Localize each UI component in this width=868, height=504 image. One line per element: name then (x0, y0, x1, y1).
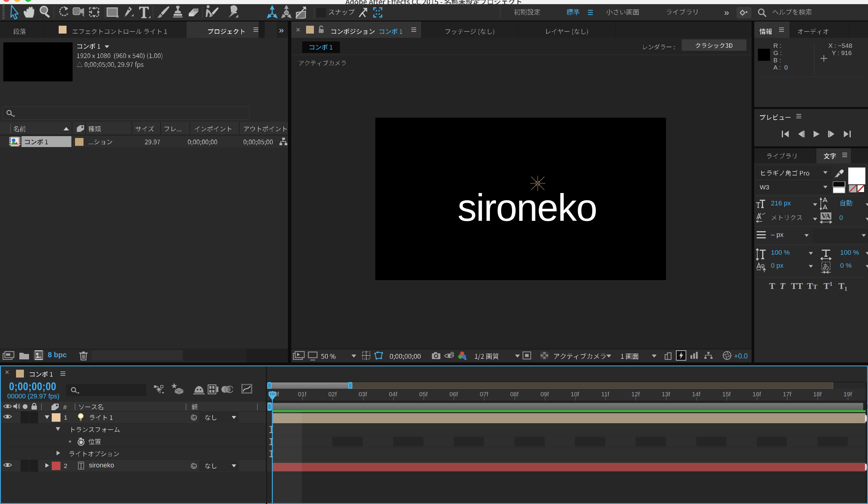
svg-text:あ: あ (823, 262, 829, 270)
svg-text:VA: VA (822, 212, 830, 220)
